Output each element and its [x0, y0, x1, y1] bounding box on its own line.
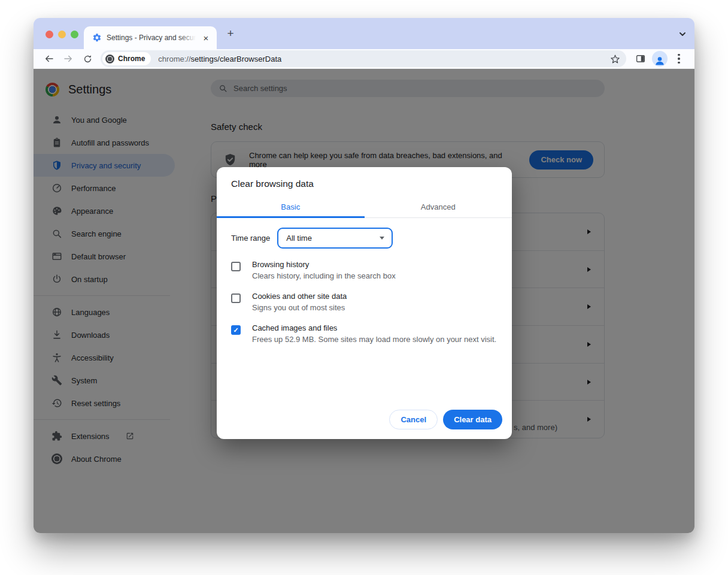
dialog-tabs: Basic Advanced [217, 197, 512, 218]
back-arrow-icon[interactable] [41, 51, 57, 66]
tab-close-icon[interactable]: × [201, 33, 211, 43]
side-panel-icon[interactable] [633, 51, 648, 66]
tab-basic[interactable]: Basic [217, 197, 365, 218]
window-controls [46, 31, 78, 38]
screenshot-stage: Settings - Privacy and securit × + Chrom… [0, 0, 728, 575]
time-range-row: Time range All time [231, 228, 498, 249]
star-icon[interactable] [610, 54, 620, 64]
close-button[interactable] [46, 31, 53, 38]
checkbox-row-browsing-history: ✓ Browsing history Clears history, inclu… [231, 260, 498, 280]
browser-window: Settings - Privacy and securit × + Chrom… [34, 18, 694, 533]
active-tab[interactable]: Settings - Privacy and securit × [84, 26, 217, 49]
site-chip[interactable]: Chrome [102, 52, 151, 65]
checkbox-cookies[interactable]: ✓ [231, 293, 241, 303]
chrome-logo-icon [105, 55, 114, 63]
clear-data-button[interactable]: Clear data [443, 410, 502, 429]
clear-browsing-data-dialog: Clear browsing data Basic Advanced Time … [217, 167, 512, 439]
page-content: Settings You and Google Autofill and pas… [34, 69, 694, 533]
caret-down-icon [380, 237, 384, 240]
checkbox-browsing-history[interactable]: ✓ [231, 262, 241, 271]
time-range-select[interactable]: All time [277, 228, 393, 249]
reload-icon[interactable] [80, 51, 95, 66]
checkbox-subtitle: Signs you out of most sites [252, 303, 347, 312]
tab-advanced[interactable]: Advanced [365, 197, 512, 218]
site-chip-label: Chrome [118, 55, 145, 63]
checkbox-subtitle: Frees up 52.9 MB. Some sites may load mo… [252, 335, 496, 344]
time-range-label: Time range [231, 234, 270, 243]
checkbox-cached-images[interactable]: ✓ [231, 325, 241, 335]
forward-arrow-icon[interactable] [60, 51, 76, 66]
checkbox-title: Browsing history [252, 260, 396, 269]
checkbox-title: Cached images and files [252, 323, 496, 332]
zoom-button[interactable] [71, 31, 78, 38]
cancel-button[interactable]: Cancel [389, 410, 438, 429]
checkbox-title: Cookies and other site data [252, 292, 347, 301]
toolbar: Chrome chrome://settings/clearBrowserDat… [34, 49, 694, 69]
profile-avatar[interactable] [652, 51, 668, 66]
kebab-menu-icon[interactable] [671, 51, 687, 66]
dialog-title: Clear browsing data [217, 167, 512, 197]
url-text[interactable]: chrome://settings/clearBrowserData [158, 55, 281, 63]
gear-icon [92, 33, 102, 43]
checkbox-row-cookies: ✓ Cookies and other site data Signs you … [231, 292, 498, 312]
minimize-button[interactable] [58, 31, 66, 38]
dialog-footer: Cancel Clear data [217, 410, 512, 439]
chevron-down-icon[interactable] [678, 29, 687, 39]
new-tab-button[interactable]: + [223, 26, 238, 41]
time-range-value: All time [286, 234, 380, 243]
tab-strip: Settings - Privacy and securit × + [34, 18, 694, 49]
omnibox[interactable]: Chrome chrome://settings/clearBrowserDat… [101, 50, 626, 67]
tab-title: Settings - Privacy and securit [107, 34, 196, 42]
checkbox-row-cached-images: ✓ Cached images and files Frees up 52.9 … [231, 323, 498, 344]
dialog-body: Time range All time ✓ Browsing history C… [217, 218, 512, 410]
checkbox-subtitle: Clears history, including in the search … [252, 271, 396, 280]
